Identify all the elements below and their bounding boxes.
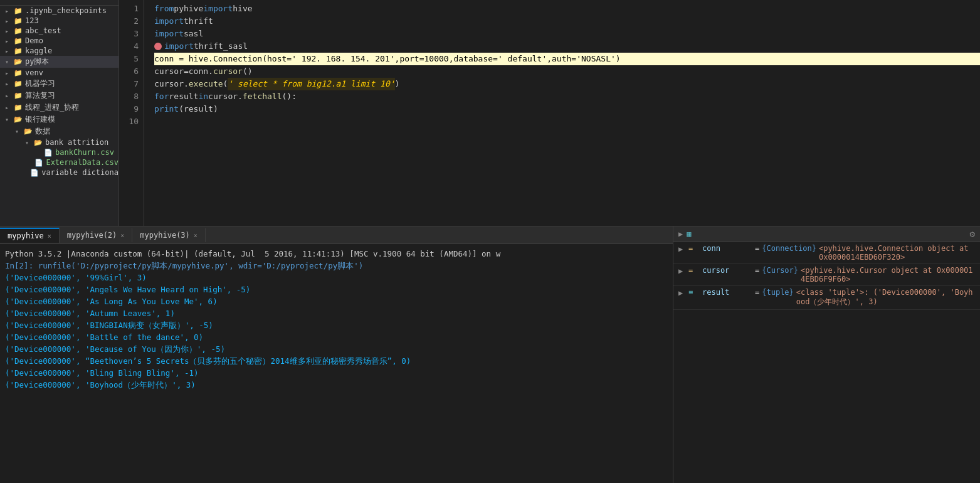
variable-row[interactable]: ▶=cursor={Cursor}<pyhive.hive.Cursor obj…	[673, 264, 980, 286]
var-value: <class 'tuple'>: ('Device000000', 'Boyho…	[796, 288, 975, 307]
tree-arrow[interactable]: ▸	[5, 70, 14, 77]
tree-arrow[interactable]: ▸	[5, 48, 14, 55]
tree-arrow[interactable]: ▸	[5, 92, 14, 99]
code-token: )	[616, 53, 621, 65]
tree-item-机器学习[interactable]: ▸📁机器学习	[0, 78, 119, 90]
console-output-line: ('Device000000', 'Because of You（因为你）', …	[5, 343, 668, 355]
settings-icon[interactable]: ⚙	[970, 229, 975, 239]
tree-item-label: py脚本	[25, 56, 49, 67]
tree-item-venv[interactable]: ▸📁venv	[0, 68, 119, 78]
code-token: in	[198, 90, 208, 103]
line-number: 9	[119, 103, 144, 115]
tree-item-label: 线程_进程_协程	[25, 102, 79, 113]
variable-row[interactable]: ▶≡result={tuple}<class 'tuple'>: ('Devic…	[673, 286, 980, 310]
var-type: {Cursor}	[762, 266, 798, 275]
tree-item-线程_进程_协程[interactable]: ▸📁线程_进程_协程	[0, 102, 119, 114]
tree-arrow[interactable]: ▸	[5, 38, 14, 45]
tree-item-label: abc_test	[25, 26, 61, 35]
tab-close-button[interactable]: ×	[48, 233, 51, 240]
tree-arrow[interactable]: ▸	[5, 80, 14, 87]
tree-item-123[interactable]: ▸📁123	[0, 16, 119, 26]
code-token: ' 192. 168. 154. 201'	[292, 53, 394, 65]
tree-arrow[interactable]: ▾	[5, 58, 14, 65]
tree-arrow[interactable]: ▾	[25, 139, 34, 146]
code-token: Connection	[213, 53, 262, 65]
line-number: 7	[119, 78, 144, 90]
tree-item-bankChurn[interactable]: 📄bankChurn.csv	[0, 147, 119, 157]
var-expand-icon[interactable]: ▶	[678, 289, 688, 297]
tree-item-abc_test[interactable]: ▸📁abc_test	[0, 26, 119, 36]
tree-item-py脚本[interactable]: ▾📂py脚本	[0, 56, 119, 68]
code-line[interactable]: import sasl	[154, 28, 980, 40]
variables-expand-icon[interactable]: ▶	[678, 230, 683, 238]
tree-item-variable_dict[interactable]: 📄variable dictiona	[0, 167, 119, 178]
line-number: 8	[119, 90, 144, 103]
console-output-line: ('Device000000', 'Battle of the dance', …	[5, 331, 668, 343]
code-token: execute	[189, 78, 223, 90]
tree-arrow[interactable]: ▾	[5, 116, 14, 123]
code-line[interactable]: import thrift_sasl	[154, 40, 980, 53]
tree-item-kaggle[interactable]: ▸📁kaggle	[0, 46, 119, 56]
code-token: auth=	[552, 53, 576, 65]
tree-item-Demo[interactable]: ▸📁Demo	[0, 36, 119, 46]
line-number: 6	[119, 65, 144, 78]
code-token: result	[169, 90, 198, 103]
tree-arrow[interactable]: ▸	[5, 18, 14, 24]
code-token: host=	[267, 53, 292, 65]
tree-item-label: .ipynb_checkpoints	[25, 6, 107, 15]
var-expand-icon[interactable]: ▶	[678, 267, 688, 275]
line-number: 5	[119, 53, 144, 65]
code-line[interactable]: from pyhive import hive	[154, 3, 980, 15]
console-tab-mypyhive(3)[interactable]: mypyhive(3)×	[132, 228, 206, 242]
csv-file-icon: 📄	[34, 159, 43, 167]
code-line[interactable]	[154, 115, 980, 128]
code-line[interactable]: import thrift	[154, 15, 980, 28]
var-name: cursor	[702, 266, 752, 275]
tree-arrow[interactable]: ▸	[5, 8, 14, 14]
folder-icon: 📁	[14, 37, 23, 45]
console-output-line: Python 3.5.2 |Anaconda custom (64-bit)| …	[5, 248, 668, 260]
tree-item-label: kaggle	[25, 46, 52, 55]
tab-close-button[interactable]: ×	[194, 232, 198, 239]
tree-arrow[interactable]: ▸	[5, 28, 14, 34]
code-token: (	[262, 53, 267, 65]
tree-item-ExternalData[interactable]: 📄ExternalData.csv	[0, 157, 119, 167]
code-line[interactable]: conn = hive.Connection(host=' 192. 168. …	[154, 53, 980, 65]
code-token: ,	[449, 53, 454, 65]
tree-item-ipynb_checkpoints[interactable]: ▸📁.ipynb_checkpoints	[0, 6, 119, 16]
code-editor[interactable]: from pyhive import hiveimport thriftimpo…	[144, 0, 980, 226]
line-number: 2	[119, 15, 144, 28]
console-tab-mypyhive[interactable]: mypyhive×	[0, 228, 60, 243]
tab-close-button[interactable]: ×	[120, 232, 124, 239]
code-token: ()	[243, 65, 253, 78]
tree-item-算法复习[interactable]: ▸📁算法复习	[0, 90, 119, 102]
code-line[interactable]: cursor.execute(' select * from big12.a1 …	[154, 78, 980, 90]
code-line[interactable]: cursor=conn.cursor()	[154, 65, 980, 78]
tree-item-数据[interactable]: ▾📂数据	[0, 125, 119, 137]
code-token: from	[154, 3, 174, 15]
tree-item-label: bank attrition	[45, 138, 108, 147]
code-line[interactable]: for result in cursor.fetchall():	[154, 90, 980, 103]
tree-arrow[interactable]: ▸	[5, 104, 14, 111]
var-type: {tuple}	[762, 288, 794, 297]
console-tab-mypyhive(2)[interactable]: mypyhive(2)×	[60, 228, 133, 242]
code-token: sasl	[184, 28, 203, 40]
line-numbers: 12345678910	[119, 0, 144, 226]
line-number: 1	[119, 3, 144, 15]
folder-icon: 📁	[14, 7, 23, 15]
tree-item-label: 123	[25, 16, 39, 25]
tree-item-银行建模[interactable]: ▾📂银行建模	[0, 114, 119, 125]
tree-arrow[interactable]: ▾	[15, 128, 24, 135]
code-line[interactable]: print (result)	[154, 103, 980, 115]
var-expand-icon[interactable]: ▶	[678, 245, 688, 253]
file-tree[interactable]: ▸📁.ipynb_checkpoints▸📁123▸📁abc_test▸📁Dem…	[0, 0, 119, 226]
code-token: database=	[453, 53, 497, 65]
code-token: 'NOSASL'	[576, 53, 616, 65]
console-tab-label: mypyhive(2)	[67, 231, 117, 240]
console-tabs[interactable]: mypyhive×mypyhive(2)×mypyhive(3)×	[0, 226, 673, 244]
variable-row[interactable]: ▶=conn={Connection}<pyhive.hive.Connecti…	[673, 242, 980, 264]
code-token: ,	[395, 53, 400, 65]
tree-item-label: bankChurn.csv	[55, 148, 114, 157]
tree-item-bank_attrition[interactable]: ▾📂bank attrition	[0, 137, 119, 147]
code-token: hive	[233, 3, 252, 15]
